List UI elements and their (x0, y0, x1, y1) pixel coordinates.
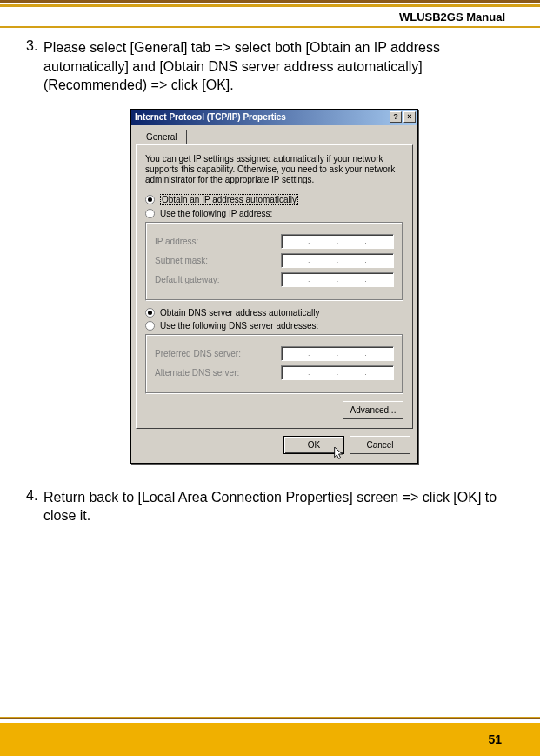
radio-use-ip-label: Use the following IP address: (160, 209, 272, 218)
tcpip-properties-dialog: Internet Protocol (TCP/IP) Properties ? … (130, 109, 418, 464)
label-ip-address: IP address: (155, 237, 198, 246)
radio-obtain-dns[interactable]: Obtain DNS server address automatically (145, 308, 403, 318)
page-footer: 51 (0, 723, 540, 756)
close-button[interactable]: × (403, 111, 416, 123)
step-4-text: Return back to [Local Area Connection Pr… (43, 488, 505, 525)
radio-use-dns-label: Use the following DNS server addresses: (160, 321, 318, 331)
screenshot-container: Internet Protocol (TCP/IP) Properties ? … (43, 109, 505, 464)
page-header: WLUSB2GS Manual (0, 9, 540, 28)
help-button[interactable]: ? (390, 111, 402, 123)
general-panel: You can get IP settings assigned automat… (136, 144, 413, 429)
ok-button[interactable]: OK (283, 436, 344, 454)
cancel-button[interactable]: Cancel (350, 436, 410, 454)
intro-text: You can get IP settings assigned automat… (145, 154, 403, 185)
step-4: 4. Return back to [Local Area Connection… (43, 488, 505, 525)
label-preferred-dns: Preferred DNS server: (155, 349, 241, 358)
radio-obtain-ip[interactable]: Obtain an IP address automatically (145, 194, 403, 205)
page-rule-gold (0, 4, 540, 7)
step-3-text: Please select [General] tab => select bo… (43, 38, 505, 95)
step-3-number: 3. (26, 38, 43, 54)
advanced-button[interactable]: Advanced... (343, 401, 403, 419)
page-number: 51 (488, 733, 502, 746)
label-default-gateway: Default gateway: (155, 275, 220, 284)
ip-fieldset: IP address: ... Subnet mask: ... Default… (145, 222, 403, 301)
radio-icon (145, 321, 155, 331)
step-4-number: 4. (26, 488, 43, 504)
radio-obtain-ip-label: Obtain an IP address automatically (160, 194, 298, 205)
radio-obtain-dns-label: Obtain DNS server address automatically (160, 308, 319, 318)
input-default-gateway[interactable]: ... (281, 272, 394, 287)
label-alternate-dns: Alternate DNS server: (155, 368, 239, 378)
radio-icon (145, 209, 155, 218)
input-ip-address[interactable]: ... (281, 234, 394, 249)
page-content: 3. Please select [General] tab => select… (0, 28, 540, 555)
doc-title: WLUSB2GS Manual (399, 10, 505, 23)
page-rule-dark (0, 0, 540, 3)
radio-icon (145, 308, 155, 318)
radio-use-dns[interactable]: Use the following DNS server addresses: (145, 321, 403, 331)
dialog-title: Internet Protocol (TCP/IP) Properties (135, 112, 388, 122)
titlebar: Internet Protocol (TCP/IP) Properties ? … (131, 110, 417, 125)
radio-icon (145, 195, 155, 204)
input-preferred-dns[interactable]: ... (281, 346, 394, 361)
step-3: 3. Please select [General] tab => select… (43, 38, 505, 95)
dns-fieldset: Preferred DNS server: ... Alternate DNS … (145, 334, 403, 394)
dialog-actions: OK Cancel (131, 436, 417, 463)
input-subnet-mask[interactable]: ... (281, 253, 394, 268)
tab-general[interactable]: General (137, 130, 187, 144)
label-subnet-mask: Subnet mask: (155, 256, 208, 265)
tab-strip: General (131, 125, 417, 144)
radio-use-ip[interactable]: Use the following IP address: (145, 209, 403, 218)
input-alternate-dns[interactable]: ... (281, 365, 394, 380)
page-foot-rule (0, 717, 540, 719)
